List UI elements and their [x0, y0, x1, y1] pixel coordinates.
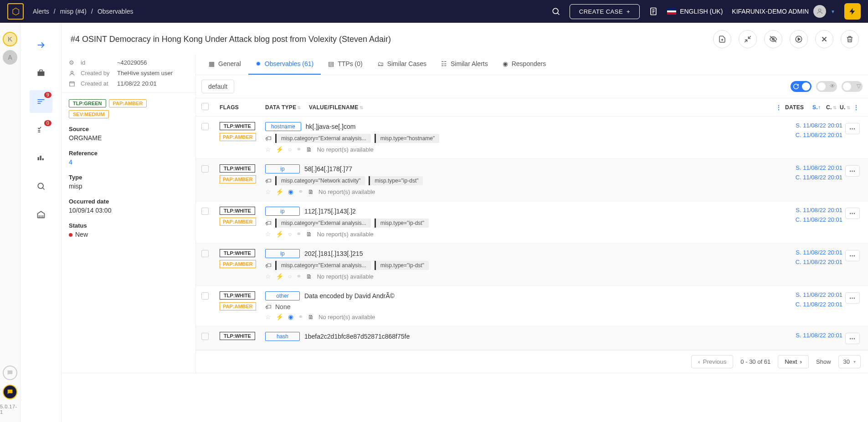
obs-value[interactable]: 1befa2c2d1bfc8e87d52871c868f75fe: [304, 333, 410, 340]
bolt-icon[interactable]: ⚡: [276, 188, 283, 195]
row-checkbox[interactable]: [201, 333, 209, 340]
user-menu[interactable]: KIFARUNIX-DEMO ADMIN ▼: [732, 5, 835, 18]
refresh-toggle[interactable]: [791, 81, 812, 92]
link-icon[interactable]: ⚭: [298, 188, 303, 195]
language-selector[interactable]: ENGLISH (UK): [667, 8, 723, 15]
no-reports-label: No report(s) available: [317, 273, 373, 280]
row-checkbox[interactable]: [201, 165, 209, 173]
sidebar-cases[interactable]: [30, 62, 52, 85]
row-more-button[interactable]: ⋯: [845, 250, 860, 261]
source-label: Source: [69, 126, 188, 132]
ignore-button[interactable]: [764, 30, 782, 48]
col-flags[interactable]: FLAGS: [220, 104, 265, 111]
bolt-icon[interactable]: ⚡: [276, 313, 283, 320]
row-checkbox[interactable]: [201, 208, 209, 215]
create-case-button[interactable]: CREATE CASE +: [570, 4, 640, 19]
link-icon[interactable]: ⚭: [296, 146, 302, 153]
breadcrumb-source[interactable]: misp (#4): [60, 8, 87, 15]
row-more-button[interactable]: ⋯: [845, 208, 860, 219]
col-s[interactable]: S.↑: [812, 104, 826, 111]
page-size-select[interactable]: 30 ▾: [838, 355, 861, 368]
chat-bubble-icon[interactable]: [3, 366, 17, 380]
eye-icon[interactable]: ○: [288, 230, 292, 238]
chip-row: TLP:GREEN PAP:AMBER SEV:MEDIUM: [69, 99, 188, 118]
filter-toggle[interactable]: ▽: [842, 81, 863, 92]
star-icon[interactable]: ☆: [265, 230, 271, 238]
next-button[interactable]: Next ›: [778, 355, 809, 368]
sidebar-alerts[interactable]: 9: [30, 90, 52, 113]
sidebar-expand[interactable]: [30, 34, 52, 56]
link-icon[interactable]: ⚭: [296, 230, 302, 238]
tab-similar-cases[interactable]: 🗂 Similar Cases: [370, 54, 434, 75]
eye-icon[interactable]: ◉: [288, 313, 293, 320]
star-icon[interactable]: ☆: [265, 146, 271, 153]
delete-button[interactable]: [841, 30, 859, 48]
row-checkbox[interactable]: [201, 292, 209, 300]
prev-button[interactable]: ‹ Previous: [691, 355, 733, 368]
close-button[interactable]: [815, 30, 833, 48]
feedback-icon[interactable]: [3, 385, 17, 399]
sidebar-tasks[interactable]: 0: [30, 118, 52, 141]
col-menu-icon[interactable]: ⋮: [776, 104, 785, 111]
pap-badge: PAP:AMBER: [220, 133, 256, 141]
sidebar-dashboard[interactable]: [30, 147, 52, 169]
tab-general[interactable]: ▦ General: [201, 54, 248, 75]
col-u[interactable]: U.⇅: [840, 104, 853, 111]
obs-value[interactable]: 112[.]175[.]143[.]2: [304, 208, 356, 215]
select-all-checkbox[interactable]: [201, 103, 209, 110]
bolt-icon[interactable]: ⚡: [276, 230, 283, 238]
table-header: FLAGS DATA TYPE⇅ VALUE/FILENAME⇅ ⋮ DATES…: [196, 98, 868, 117]
col-c[interactable]: C.⇅: [826, 104, 840, 111]
org-avatar-a[interactable]: A: [3, 50, 17, 65]
search-icon[interactable]: [551, 7, 560, 16]
tab-similar-alerts[interactable]: ☷ Similar Alerts: [434, 54, 495, 75]
star-icon[interactable]: ☆: [265, 273, 271, 280]
row-checkbox[interactable]: [201, 123, 209, 130]
breadcrumb-alerts[interactable]: Alerts: [33, 8, 49, 15]
view-toggle[interactable]: 👁: [816, 81, 837, 92]
row-checkbox[interactable]: [201, 250, 209, 257]
row-more-button[interactable]: ⋯: [845, 123, 860, 134]
obs-value[interactable]: hk[.]java-se[.]com: [306, 123, 356, 130]
org-rail: K A 5.0.17-1: [0, 23, 21, 422]
link-icon[interactable]: ⚭: [296, 273, 302, 280]
tab-ttps[interactable]: ▤ TTPs (0): [321, 54, 370, 75]
filter-default[interactable]: default: [201, 80, 234, 93]
doc-icon[interactable]: [649, 7, 658, 16]
col-dates[interactable]: DATES: [785, 104, 812, 111]
row-more-button[interactable]: ⋯: [845, 165, 860, 177]
col-datatype[interactable]: DATA TYPE⇅: [265, 104, 309, 111]
run-button[interactable]: [790, 30, 808, 48]
eye-icon[interactable]: ○: [288, 273, 292, 280]
star-icon[interactable]: ☆: [265, 313, 271, 320]
obs-value[interactable]: 58[.]64[.]178[.]77: [304, 165, 352, 173]
gear-icon: ⚙: [69, 59, 76, 66]
cortex-button[interactable]: [844, 3, 861, 20]
obs-value[interactable]: 202[.]181[.]133[.]215: [304, 250, 363, 257]
star-icon[interactable]: ☆: [265, 188, 271, 195]
new-item-button[interactable]: [713, 30, 731, 48]
row-more-button[interactable]: ⋯: [845, 292, 860, 304]
table-body: TLP:WHITE PAP:AMBER hostname hk[.]java-s…: [196, 117, 868, 350]
chevron-left-icon: ‹: [698, 358, 700, 365]
sidebar-search[interactable]: [30, 175, 52, 198]
merge-button[interactable]: [739, 30, 757, 48]
row-more-button[interactable]: ⋯: [845, 333, 860, 344]
col-value[interactable]: VALUE/FILENAME⇅: [309, 104, 776, 111]
reference-value[interactable]: 4: [69, 158, 188, 166]
col-menu-icon[interactable]: ⋮: [853, 104, 863, 111]
bolt-icon[interactable]: ⚡: [276, 273, 283, 280]
sidebar-org[interactable]: [30, 203, 52, 226]
breadcrumb: Alerts / misp (#4) / Observables: [33, 8, 551, 15]
eye-icon[interactable]: ○: [288, 146, 292, 153]
svg-point-14: [38, 183, 43, 188]
eye-icon[interactable]: ◉: [288, 188, 293, 195]
link-icon[interactable]: ⚭: [298, 313, 303, 320]
tab-observables[interactable]: ✹ Observables (61): [248, 54, 321, 75]
app-logo[interactable]: ⬡: [7, 3, 24, 20]
user-avatar-icon: [813, 5, 826, 18]
bolt-icon[interactable]: ⚡: [276, 146, 283, 153]
org-avatar-k[interactable]: K: [3, 32, 17, 46]
tab-responders[interactable]: ◉ Responders: [495, 54, 554, 75]
obs-value[interactable]: Data encoded by David AndrÃ©: [304, 292, 395, 300]
